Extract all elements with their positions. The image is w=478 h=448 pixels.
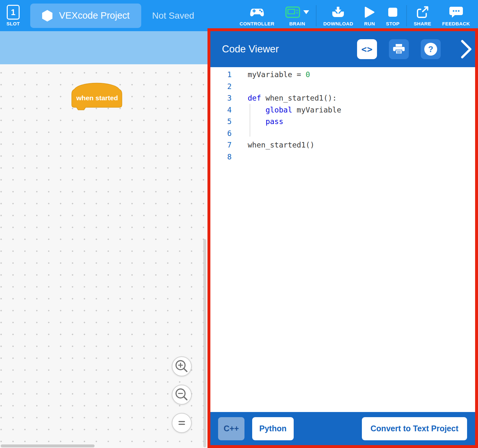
code-viewer-header: Code Viewer <> ? xyxy=(210,31,475,67)
download-icon xyxy=(331,7,345,18)
code-line: 3def when_started1(): xyxy=(210,92,475,104)
code-line: 2 xyxy=(210,81,475,93)
code-toggle-icon: <> xyxy=(361,44,373,55)
zoom-in-icon xyxy=(172,356,191,376)
line-number: 2 xyxy=(210,81,232,93)
line-number: 6 xyxy=(210,128,232,139)
line-number: 8 xyxy=(210,151,232,163)
zoom-reset-button[interactable] xyxy=(172,413,192,433)
hexagon-icon xyxy=(42,10,53,22)
toolbar-divider xyxy=(316,5,317,26)
line-number: 1 xyxy=(210,69,232,81)
code-text: global myVariable xyxy=(248,104,341,116)
code-line: 7when_started1() xyxy=(210,139,475,151)
when-started-label: when started xyxy=(76,94,118,102)
brain-button[interactable]: BRAIN xyxy=(280,0,315,31)
line-number: 5 xyxy=(210,116,232,128)
cpp-tab[interactable]: C++ xyxy=(218,417,244,440)
save-status: Not Saved xyxy=(152,11,194,21)
feedback-icon xyxy=(449,6,463,18)
chevron-right-icon xyxy=(460,40,473,59)
slot-button[interactable]: 1 SLOT xyxy=(6,5,20,26)
project-title: VEXcode Project xyxy=(59,10,130,21)
brain-icon xyxy=(285,6,300,18)
code-text: when_started1() xyxy=(248,139,315,151)
run-button[interactable]: RUN xyxy=(359,0,381,31)
toolbox-strip xyxy=(0,31,207,64)
line-number: 4 xyxy=(210,104,232,116)
code-text: myVariable = 0 xyxy=(248,69,310,81)
print-icon xyxy=(393,44,405,55)
help-icon: ? xyxy=(424,43,437,56)
python-tab[interactable]: Python xyxy=(252,417,294,440)
vertical-scrollbar[interactable] xyxy=(203,239,206,447)
feedback-button[interactable]: FEEDBACK xyxy=(437,0,475,31)
controller-button[interactable]: CONTROLLER xyxy=(234,0,280,31)
indent-guide xyxy=(250,104,250,137)
toolbar-divider xyxy=(406,5,407,26)
line-number: 3 xyxy=(210,92,232,104)
run-icon xyxy=(364,6,375,18)
slot-number: 1 xyxy=(11,8,15,17)
top-toolbar: 1 SLOT VEXcode Project Not Saved xyxy=(0,0,478,31)
code-toggle-button[interactable]: <> xyxy=(357,39,377,59)
project-title-button[interactable]: VEXcode Project xyxy=(30,4,141,28)
toolbar-actions: CONTROLLER BRAIN xyxy=(234,0,478,31)
horizontal-scrollbar[interactable] xyxy=(1,444,95,447)
slot-label: SLOT xyxy=(6,21,20,26)
share-button[interactable]: SHARE xyxy=(408,0,437,31)
controller-icon xyxy=(250,7,264,17)
help-button[interactable]: ? xyxy=(421,39,441,59)
download-button[interactable]: DOWNLOAD xyxy=(318,0,359,31)
stop-icon xyxy=(388,8,397,17)
when-started-block[interactable]: when started xyxy=(70,80,125,112)
print-button[interactable] xyxy=(389,39,409,59)
code-text: pass xyxy=(248,116,283,128)
zoom-out-icon xyxy=(172,385,191,405)
brain-caret-icon[interactable] xyxy=(303,10,309,14)
collapse-panel-button[interactable] xyxy=(460,40,473,59)
stop-button[interactable]: STOP xyxy=(381,0,405,31)
code-editor[interactable]: 1myVariable = 023def when_started1():4 g… xyxy=(210,67,475,412)
code-line: 1myVariable = 0 xyxy=(210,69,475,81)
zoom-in-button[interactable] xyxy=(172,356,192,376)
code-line: 8 xyxy=(210,151,475,163)
code-viewer-panel: Code Viewer <> ? xyxy=(207,28,478,448)
vexcode-app: 1 SLOT VEXcode Project Not Saved xyxy=(0,0,478,448)
zoom-out-button[interactable] xyxy=(172,385,192,405)
code-viewer-title: Code Viewer xyxy=(222,43,279,55)
zoom-reset-icon xyxy=(172,413,191,433)
slot-icon: 1 xyxy=(7,5,20,20)
share-icon xyxy=(416,6,429,18)
code-text: def when_started1(): xyxy=(248,92,337,104)
convert-to-text-button[interactable]: Convert to Text Project xyxy=(362,417,467,440)
line-number: 7 xyxy=(210,139,232,151)
code-viewer-footer: C++ Python Convert to Text Project xyxy=(210,412,475,445)
